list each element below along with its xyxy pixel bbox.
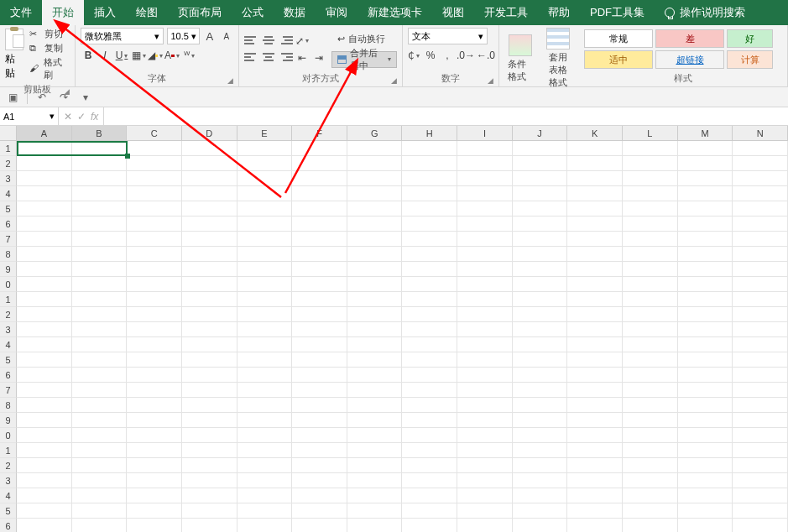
cell[interactable] <box>678 352 733 368</box>
cut-button[interactable]: ✂剪切 <box>29 28 70 40</box>
cell[interactable] <box>17 488 72 503</box>
cell[interactable] <box>457 277 513 292</box>
cell[interactable] <box>72 247 128 262</box>
tab-file[interactable]: 文件 <box>0 0 42 25</box>
cell[interactable] <box>678 201 733 216</box>
cell[interactable] <box>127 247 182 262</box>
cell[interactable] <box>17 292 72 307</box>
col-header-B[interactable]: B <box>72 126 128 141</box>
cell[interactable] <box>567 519 623 532</box>
cell[interactable] <box>347 428 403 443</box>
cell[interactable] <box>237 292 293 307</box>
cell[interactable] <box>127 292 182 307</box>
cell[interactable] <box>567 488 623 503</box>
cell[interactable] <box>127 171 182 186</box>
cell[interactable] <box>127 141 182 156</box>
cell[interactable] <box>17 232 72 247</box>
cell[interactable] <box>678 519 733 532</box>
cell[interactable] <box>347 337 403 352</box>
cell[interactable] <box>513 352 568 368</box>
cell[interactable] <box>17 398 72 413</box>
cell[interactable] <box>678 186 733 201</box>
cell[interactable] <box>623 186 678 201</box>
cell[interactable] <box>292 458 347 473</box>
cell[interactable] <box>678 428 733 443</box>
cell[interactable] <box>237 458 293 473</box>
cell[interactable] <box>72 383 128 398</box>
row-header[interactable]: 4 <box>0 337 17 352</box>
cell[interactable] <box>347 171 403 186</box>
number-format-select[interactable]: 文本▾ <box>408 28 488 44</box>
row-header[interactable]: 1 <box>0 141 17 156</box>
cell[interactable] <box>237 262 293 277</box>
cell[interactable] <box>733 156 788 171</box>
cell[interactable] <box>72 503 128 519</box>
cell[interactable] <box>567 503 623 519</box>
cell[interactable] <box>292 216 347 232</box>
merge-center-button[interactable]: 合并后居中 <box>331 51 397 68</box>
cell[interactable] <box>17 216 72 232</box>
cell[interactable] <box>182 519 237 532</box>
row-header[interactable]: 0 <box>0 428 17 443</box>
cell[interactable] <box>72 398 128 413</box>
cell[interactable] <box>457 216 513 232</box>
cell[interactable] <box>17 352 72 368</box>
col-header-I[interactable]: I <box>457 126 513 141</box>
cell[interactable] <box>402 216 457 232</box>
cell[interactable] <box>237 216 293 232</box>
cell[interactable] <box>733 413 788 428</box>
cell[interactable] <box>182 337 237 352</box>
cell[interactable] <box>457 368 513 383</box>
cell[interactable] <box>623 247 678 262</box>
cell[interactable] <box>623 292 678 307</box>
font-color-button[interactable]: A <box>164 48 180 63</box>
cell[interactable] <box>347 247 403 262</box>
cell[interactable] <box>237 232 293 247</box>
tab-data[interactable]: 数据 <box>274 0 316 25</box>
cell[interactable] <box>72 413 128 428</box>
row-header[interactable]: 2 <box>0 156 17 171</box>
fx-icon[interactable]: fx <box>91 111 98 123</box>
row-header[interactable]: 3 <box>0 473 17 488</box>
cell[interactable] <box>678 458 733 473</box>
cell[interactable] <box>237 201 293 216</box>
cell[interactable] <box>733 398 788 413</box>
cell[interactable] <box>733 519 788 532</box>
cell[interactable] <box>513 262 568 277</box>
style-hyperlink[interactable]: 超链接 <box>655 50 724 69</box>
col-header-A[interactable]: A <box>17 126 72 141</box>
font-size-select[interactable]: 10.5▾ <box>167 28 199 44</box>
italic-button[interactable]: I <box>97 48 112 63</box>
format-painter-button[interactable]: 🖌格式刷 <box>29 56 70 81</box>
tab-page-layout[interactable]: 页面布局 <box>168 0 232 25</box>
cell[interactable] <box>623 503 678 519</box>
cell[interactable] <box>17 473 72 488</box>
cell[interactable] <box>733 262 788 277</box>
cell[interactable] <box>733 352 788 368</box>
cell[interactable] <box>402 262 457 277</box>
cell[interactable] <box>347 368 403 383</box>
cell[interactable] <box>513 488 568 503</box>
cell[interactable] <box>347 277 403 292</box>
cell[interactable] <box>457 443 513 458</box>
row-header[interactable]: 6 <box>0 368 17 383</box>
cell[interactable] <box>292 428 347 443</box>
cell[interactable] <box>513 398 568 413</box>
cell[interactable] <box>623 398 678 413</box>
cell[interactable] <box>127 503 182 519</box>
cell[interactable] <box>182 413 237 428</box>
cell[interactable] <box>402 337 457 352</box>
cell[interactable] <box>182 141 237 156</box>
cell[interactable] <box>127 398 182 413</box>
row-header[interactable]: 2 <box>0 458 17 473</box>
tab-view[interactable]: 视图 <box>432 0 474 25</box>
cell[interactable] <box>127 488 182 503</box>
cell[interactable] <box>127 186 182 201</box>
cell[interactable] <box>623 488 678 503</box>
row-header[interactable]: 3 <box>0 171 17 186</box>
cell[interactable] <box>678 171 733 186</box>
cell[interactable] <box>457 473 513 488</box>
cell[interactable] <box>567 232 623 247</box>
cell[interactable] <box>72 443 128 458</box>
cell[interactable] <box>182 503 237 519</box>
